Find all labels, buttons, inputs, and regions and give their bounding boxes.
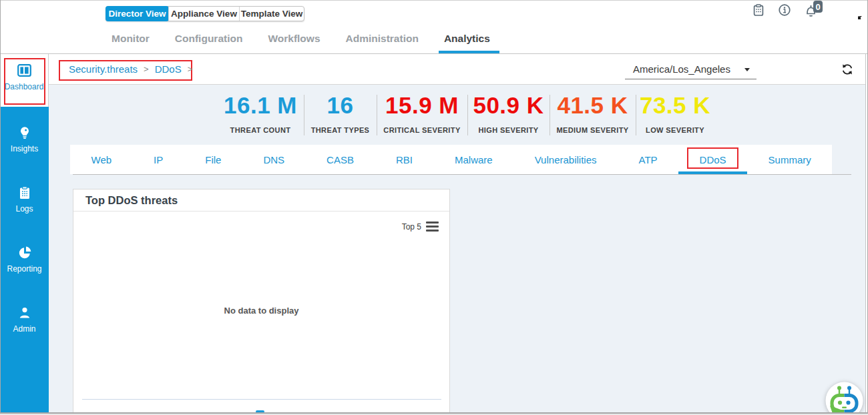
sidebar-item-insights[interactable]: Insights xyxy=(0,107,49,167)
breadcrumb-bar: Security.threats > DDoS > America/Los_An… xyxy=(49,54,865,85)
sidebar-item-logs[interactable]: Logs xyxy=(0,167,49,227)
timezone-caret-icon xyxy=(744,68,750,71)
tab-rbi[interactable]: RBI xyxy=(375,145,433,174)
header-icons: 0 xyxy=(0,0,868,27)
card-title: Top DDoS threats xyxy=(85,194,178,207)
sidebar: Dashboard Insights xyxy=(0,54,49,412)
tab-dns[interactable]: DNS xyxy=(242,145,306,174)
stat-value: 16.1 M xyxy=(217,93,304,117)
stat-threat-count: 16.1 M THREAT COUNT xyxy=(217,93,304,134)
sidebar-item-dashboard[interactable]: Dashboard xyxy=(0,54,49,107)
top-ddos-threats-card: Top DDoS threats Top 5 No data to displa… xyxy=(73,189,450,415)
stat-divider xyxy=(467,95,468,135)
reporting-icon xyxy=(18,246,31,260)
card-header: Top DDoS threats xyxy=(73,189,449,212)
sidebar-item-reporting[interactable]: Reporting xyxy=(0,227,49,287)
window-top-border xyxy=(0,0,868,1)
stat-value: 16 xyxy=(304,93,377,117)
header: Director View Appliance View Template Vi… xyxy=(0,0,868,54)
refresh-icon[interactable] xyxy=(841,63,854,76)
nav-analytics[interactable]: Analytics xyxy=(444,32,490,45)
stat-label: THREAT TYPES xyxy=(304,126,377,134)
sidebar-item-label: Insights xyxy=(11,144,38,153)
stat-value: 41.5 K xyxy=(550,93,636,117)
tab-ddos[interactable]: DDoS xyxy=(678,145,747,174)
admin-icon xyxy=(18,306,31,320)
tab-summary[interactable]: Summary xyxy=(747,145,832,174)
stat-divider xyxy=(377,95,377,135)
stat-value: 50.9 K xyxy=(467,93,550,117)
timezone-value: America/Los_Angeles xyxy=(633,63,730,75)
tab-malware[interactable]: Malware xyxy=(433,145,513,174)
notification-badge: 0 xyxy=(813,1,823,13)
tab-atp[interactable]: ATP xyxy=(618,145,678,174)
breadcrumb-security-threats[interactable]: Security.threats xyxy=(69,63,138,75)
stat-critical-severity: 15.9 M CRITICAL SEVERITY xyxy=(377,93,467,134)
stat-label: THREAT COUNT xyxy=(217,126,304,134)
sidebar-item-label: Reporting xyxy=(7,264,41,274)
stat-label: CRITICAL SEVERITY xyxy=(377,126,467,134)
stat-label: MEDIUM SEVERITY xyxy=(550,126,636,134)
tab-ip[interactable]: IP xyxy=(133,145,184,174)
chatbot-icon[interactable] xyxy=(825,382,863,415)
sidebar-item-label: Logs xyxy=(15,204,33,214)
stat-value: 73.5 K xyxy=(636,93,714,117)
breadcrumb-separator: > xyxy=(188,64,193,74)
stat-divider xyxy=(636,95,636,135)
dashboard-annotation-box xyxy=(4,58,45,105)
tab-casb[interactable]: CASB xyxy=(306,145,375,174)
tab-strip-border xyxy=(73,174,851,175)
stat-divider xyxy=(550,95,550,135)
nav-configuration[interactable]: Configuration xyxy=(175,32,243,45)
tab-web[interactable]: Web xyxy=(70,145,133,174)
tab-vulnerabilities[interactable]: Vulnerabilities xyxy=(513,145,618,174)
stat-label: LOW SEVERITY xyxy=(636,126,714,134)
chart-axis-line xyxy=(82,399,441,400)
stat-high-severity: 50.9 K HIGH SEVERITY xyxy=(467,93,550,134)
info-icon[interactable] xyxy=(779,4,791,19)
sidebar-item-label: Admin xyxy=(13,324,35,334)
tasks-icon[interactable] xyxy=(753,4,764,19)
nav-administration[interactable]: Administration xyxy=(346,32,419,45)
stat-label: HIGH SEVERITY xyxy=(467,126,550,134)
breadcrumb-ddos[interactable]: DDoS xyxy=(155,63,182,75)
app-window: Director View Appliance View Template Vi… xyxy=(0,0,868,415)
nav-monitor[interactable]: Monitor xyxy=(112,32,150,45)
user-menu-caret-icon[interactable] xyxy=(858,10,862,22)
chart-menu-icon[interactable] xyxy=(426,222,439,234)
main-nav: Monitor Configuration Workflows Administ… xyxy=(112,32,490,45)
stat-medium-severity: 41.5 K MEDIUM SEVERITY xyxy=(550,93,636,134)
stat-divider xyxy=(304,95,304,135)
chart-top-n-label: Top 5 xyxy=(402,222,421,232)
nav-workflows[interactable]: Workflows xyxy=(268,32,320,45)
content-right-border xyxy=(865,54,866,412)
chart-empty-message: No data to display xyxy=(73,306,449,316)
stat-value: 15.9 M xyxy=(377,93,467,117)
breadcrumb: Security.threats > DDoS > xyxy=(69,63,192,75)
threat-tab-strip: Web IP File DNS CASB RBI Malware Vulnera… xyxy=(70,145,832,174)
breadcrumb-separator: > xyxy=(144,64,149,74)
sidebar-item-admin[interactable]: Admin xyxy=(0,287,49,347)
window-left-border xyxy=(0,0,1,415)
stat-low-severity: 73.5 K LOW SEVERITY xyxy=(636,93,714,134)
logs-icon xyxy=(19,186,31,199)
stat-threat-types: 16 THREAT TYPES xyxy=(304,93,377,134)
timezone-select[interactable]: America/Los_Angeles xyxy=(625,59,756,79)
insights-icon xyxy=(18,126,31,139)
tab-file[interactable]: File xyxy=(184,145,242,174)
